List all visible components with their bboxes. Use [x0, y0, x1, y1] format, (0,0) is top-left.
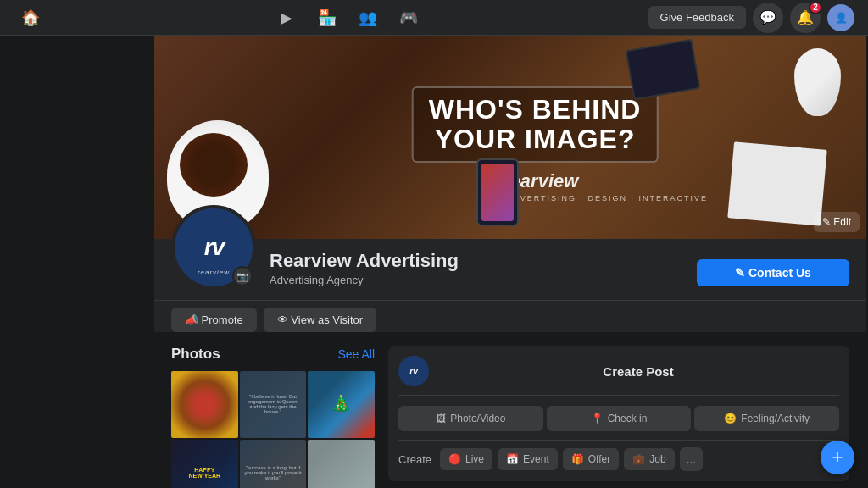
profile-name: Rearview Advertising: [270, 250, 683, 272]
create-post-section: rv Create Post 🖼 Photo/Video 📍 Check in: [388, 346, 849, 488]
job-label: Job: [649, 453, 665, 465]
job-icon: 💼: [632, 453, 645, 465]
photo-quote-text: "I believe in love. But engagement is Qu…: [243, 394, 303, 414]
event-button[interactable]: 📅 Event: [498, 448, 558, 470]
live-button[interactable]: 🔴 Live: [440, 448, 492, 470]
give-feedback-button[interactable]: Give Feedback: [648, 6, 746, 29]
offer-button[interactable]: 🎁 Offer: [563, 448, 619, 470]
profile-secondary-actions: 📣 Promote 👁 View as Visitor: [154, 301, 866, 332]
create-actions: Create 🔴 Live 📅 Event 🎁 Offer: [398, 440, 839, 471]
photo-thumb-quote1[interactable]: "I believe in love. But engagement is Qu…: [240, 371, 307, 438]
page-wrapper: WHO'S BEHIND YOUR IMAGE? rearview ADVERT…: [0, 36, 868, 488]
profile-actions: ✎ Contact Us: [697, 259, 849, 290]
create-post-header: rv Create Post: [398, 356, 839, 396]
feeling-label: Feeling/Activity: [741, 413, 810, 424]
check-in-button[interactable]: 📍 Check in: [547, 406, 692, 431]
event-icon: 📅: [506, 453, 519, 465]
content-area: Photos See All "I believe in love. But e…: [154, 332, 866, 488]
nav-left: 🏠: [14, 1, 47, 35]
profile-avatar-wrapper: rv rearview 📷: [171, 205, 256, 290]
avatar-logo-text: rv: [204, 234, 223, 261]
marketplace-nav-button[interactable]: 🏪: [310, 1, 344, 35]
create-post-box: rv Create Post 🖼 Photo/Video 📍 Check in: [388, 346, 849, 481]
groups-nav-button[interactable]: 👥: [351, 1, 385, 35]
offer-label: Offer: [588, 453, 610, 465]
quote2-text: "success is a long, but if you make it y…: [243, 465, 303, 480]
see-all-photos-link[interactable]: See All: [337, 347, 375, 361]
event-label: Event: [523, 453, 549, 465]
feeling-icon: 😊: [724, 413, 737, 424]
gaming-nav-button[interactable]: 🎮: [392, 1, 426, 35]
cover-background: WHO'S BEHIND YOUR IMAGE? rearview ADVERT…: [154, 36, 866, 239]
promote-button[interactable]: 📣 Promote: [171, 308, 257, 332]
create-post-title: Create Post: [437, 364, 839, 379]
photo-video-icon: 🖼: [436, 413, 446, 424]
cover-notebook: [727, 141, 826, 225]
cover-mouse: [794, 48, 841, 116]
photos-section-header: Photos See All: [171, 346, 375, 363]
feeling-activity-button[interactable]: 😊 Feeling/Activity: [694, 406, 839, 431]
photo-thumb-pizza[interactable]: [171, 371, 238, 438]
camera-icon: 📷: [236, 271, 248, 282]
messenger-button[interactable]: 💬: [753, 3, 783, 33]
cover-headline: WHO'S BEHIND YOUR IMAGE?: [412, 86, 659, 163]
notification-badge: 2: [809, 1, 822, 14]
watch-nav-button[interactable]: ▶: [270, 1, 303, 35]
live-icon: 🔴: [448, 453, 461, 465]
contact-us-button[interactable]: ✎ Contact Us: [697, 259, 849, 286]
cover-headline-text: WHO'S BEHIND YOUR IMAGE?: [412, 86, 659, 163]
check-in-icon: 📍: [591, 413, 604, 424]
photos-grid: "I believe in love. But engagement is Qu…: [171, 371, 375, 488]
cover-brand-tagline: ADVERTISING · DESIGN · INTERACTIVE: [506, 194, 708, 202]
cover-tablet-device: [625, 39, 700, 101]
notifications-button[interactable]: 🔔 2: [790, 3, 821, 33]
offer-icon: 🎁: [571, 453, 584, 465]
top-navigation: 🏠 ▶ 🏪 👥 🎮 Give Feedback 💬 🔔 2 👤: [0, 0, 868, 36]
photos-section: Photos See All "I believe in love. But e…: [171, 346, 375, 488]
photos-section-title: Photos: [171, 346, 220, 363]
photo-thumb-quote2[interactable]: "success is a long, but if you make it y…: [240, 440, 307, 488]
edit-cover-button[interactable]: ✎ Edit: [814, 212, 860, 232]
home-nav-button[interactable]: 🏠: [14, 1, 47, 35]
cover-phone-screen: [481, 164, 514, 221]
xmas-icon: 🎄: [331, 394, 352, 414]
photo-thumb-people[interactable]: [308, 440, 375, 488]
photo-thumb-newyear[interactable]: HAPPYNEW YEAR: [171, 440, 238, 488]
floating-add-button[interactable]: +: [821, 441, 854, 474]
photo-thumb-christmas[interactable]: 🎄: [308, 371, 375, 438]
profile-info: Rearview Advertising Advertising Agency: [270, 250, 683, 290]
create-post-avatar: rv: [398, 356, 429, 386]
view-as-visitor-button[interactable]: 👁 View as Visitor: [264, 308, 376, 332]
photo-video-button[interactable]: 🖼 Photo/Video: [398, 406, 543, 431]
change-avatar-button[interactable]: 📷: [232, 266, 253, 286]
job-button[interactable]: 💼 Job: [624, 448, 674, 470]
avatar-logo-subtext: rearview: [198, 269, 230, 276]
nav-center: ▶ 🏪 👥 🎮: [270, 1, 426, 35]
user-avatar[interactable]: 👤: [827, 4, 854, 31]
create-post-options: 🖼 Photo/Video 📍 Check in 😊 Feeling/Activ…: [398, 406, 839, 431]
profile-category: Advertising Agency: [270, 274, 683, 286]
nav-right: Give Feedback 💬 🔔 2 👤: [648, 3, 854, 33]
left-sidebar: [2, 36, 154, 488]
more-create-options-button[interactable]: ...: [680, 447, 704, 471]
cover-photo: WHO'S BEHIND YOUR IMAGE? rearview ADVERT…: [154, 36, 866, 239]
photo-video-label: Photo/Video: [450, 413, 505, 424]
create-label: Create: [398, 453, 431, 466]
profile-section: rv rearview 📷 Rearview Advertising Adver…: [154, 239, 866, 301]
main-content: WHO'S BEHIND YOUR IMAGE? rearview ADVERT…: [154, 36, 866, 488]
check-in-label: Check in: [608, 413, 648, 424]
live-label: Live: [465, 453, 484, 465]
cover-phone: [476, 158, 519, 226]
